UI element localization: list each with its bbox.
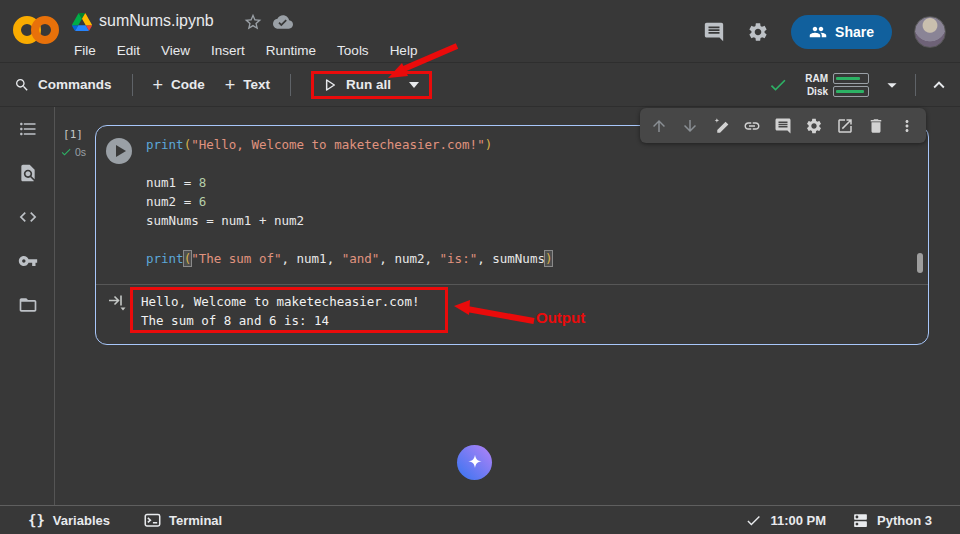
add-code-button[interactable]: + Code — [153, 77, 205, 93]
terminal-label: Terminal — [169, 513, 222, 528]
variables-label: Variables — [53, 513, 110, 528]
menu-runtime[interactable]: Runtime — [264, 41, 318, 60]
disk-gauge-fill — [836, 90, 864, 93]
share-button-label: Share — [835, 24, 874, 40]
run-all-label: Run all — [346, 77, 391, 92]
add-code-label: Code — [171, 77, 205, 92]
sidebar-item-table-of-contents[interactable] — [0, 107, 55, 151]
menu-file[interactable]: File — [72, 41, 98, 60]
plus-icon: + — [153, 77, 164, 93]
more-vert-icon[interactable] — [898, 117, 916, 135]
colab-ring-right — [31, 16, 59, 44]
sparkle-icon — [465, 453, 485, 473]
cell-toolbar — [640, 108, 926, 143]
add-text-button[interactable]: + Text — [225, 77, 270, 93]
delete-cell-icon[interactable] — [867, 117, 885, 135]
output-options-icon[interactable] — [107, 292, 127, 312]
move-cell-down-icon[interactable] — [681, 117, 699, 135]
notebook-toolbar: Commands + Code + Text Run all — [0, 63, 960, 107]
key-icon — [18, 251, 38, 271]
google-drive-icon — [72, 13, 92, 31]
mirror-cell-in-tab-icon[interactable] — [836, 117, 854, 135]
ram-gauge[interactable] — [833, 73, 869, 84]
magic-wand-icon[interactable] — [712, 117, 730, 135]
folder-icon — [18, 295, 38, 315]
list-icon — [18, 119, 38, 139]
terminal-button[interactable]: Terminal — [144, 512, 222, 529]
commands-button[interactable]: Commands — [14, 77, 112, 93]
cell-settings-gear-icon[interactable] — [805, 117, 823, 135]
disk-label: Disk — [800, 86, 828, 97]
cell-scrollbar-thumb[interactable] — [917, 253, 923, 273]
menu-insert[interactable]: Insert — [209, 41, 247, 60]
kernel-selector[interactable]: Python 3 — [852, 512, 932, 529]
run-cell-button[interactable] — [106, 138, 132, 164]
terminal-icon — [144, 512, 161, 529]
toolbar-divider — [290, 74, 291, 96]
share-button[interactable]: Share — [791, 15, 892, 49]
execution-time: 0s — [75, 146, 86, 158]
play-icon — [116, 145, 126, 157]
menubar: File Edit View Insert Runtime Tools Help — [72, 41, 419, 60]
menu-tools[interactable]: Tools — [335, 41, 371, 60]
sidebar-item-secrets[interactable] — [0, 239, 55, 283]
collapse-header-icon[interactable] — [928, 74, 950, 96]
star-icon[interactable] — [243, 12, 263, 32]
resources-dropdown-icon[interactable] — [881, 74, 903, 96]
braces-icon: {} — [28, 512, 45, 528]
commands-label: Commands — [38, 77, 112, 92]
status-bar: {} Variables Terminal 11:00 PM Python 3 — [0, 505, 960, 534]
toolbar-divider — [915, 74, 916, 96]
runtime-stack-icon — [852, 512, 869, 529]
add-text-label: Text — [243, 77, 270, 92]
run-all-button[interactable]: Run all — [322, 77, 419, 93]
ram-label: RAM — [800, 73, 828, 84]
ram-gauge-fill — [836, 77, 860, 80]
sidebar-item-code-snippets[interactable] — [0, 195, 55, 239]
play-outline-icon — [322, 77, 338, 93]
execution-count: [1] — [55, 128, 91, 141]
link-icon[interactable] — [743, 117, 761, 135]
output-annotation-label: Output — [536, 309, 585, 326]
settings-gear-icon[interactable] — [747, 21, 769, 43]
check-icon — [745, 512, 762, 529]
output-annotation-box: Hello, Welcome to maketecheasier.com!The… — [130, 287, 448, 333]
variables-button[interactable]: {} Variables — [28, 512, 110, 528]
cell-gutter: [1] 0s — [55, 128, 91, 158]
move-cell-up-icon[interactable] — [650, 117, 668, 135]
run-all-dropdown-icon[interactable] — [409, 82, 419, 88]
comments-icon[interactable] — [703, 21, 725, 43]
resource-gauges[interactable]: RAM Disk — [800, 73, 869, 97]
last-executed-time: 11:00 PM — [745, 512, 826, 529]
sidebar-item-find-replace[interactable] — [0, 151, 55, 195]
app-header: sumNums.ipynb File Edit View Insert Runt… — [0, 0, 960, 63]
notebook-title[interactable]: sumNums.ipynb — [99, 12, 214, 30]
code-cell: print("Hello, Welcome to maketecheasier.… — [95, 125, 929, 345]
left-sidebar — [0, 107, 55, 505]
cell-success-check-icon — [60, 146, 72, 158]
code-lines[interactable]: print("Hello, Welcome to maketecheasier.… — [146, 135, 908, 268]
cloud-saved-icon[interactable] — [272, 12, 294, 32]
disk-gauge[interactable] — [833, 86, 869, 97]
cell-output-divider — [96, 284, 928, 285]
kernel-label: Python 3 — [877, 513, 932, 528]
toolbar-divider — [132, 74, 133, 96]
sidebar-item-files[interactable] — [0, 283, 55, 327]
time-label: 11:00 PM — [770, 513, 826, 528]
plus-icon: + — [225, 77, 236, 93]
colab-logo-icon[interactable] — [13, 13, 59, 47]
user-avatar[interactable] — [914, 16, 946, 48]
comment-icon[interactable] — [774, 117, 792, 135]
run-all-annotation-box: Run all — [311, 71, 432, 99]
find-in-page-icon — [18, 163, 38, 183]
gemini-spark-button[interactable] — [457, 445, 492, 480]
code-icon — [18, 207, 38, 227]
menu-help[interactable]: Help — [388, 41, 420, 60]
search-icon — [14, 77, 30, 93]
output-text: Hello, Welcome to maketecheasier.com!The… — [141, 292, 419, 330]
menu-view[interactable]: View — [159, 41, 192, 60]
menu-edit[interactable]: Edit — [115, 41, 142, 60]
people-icon — [809, 23, 827, 41]
runtime-connected-check-icon — [768, 75, 788, 95]
